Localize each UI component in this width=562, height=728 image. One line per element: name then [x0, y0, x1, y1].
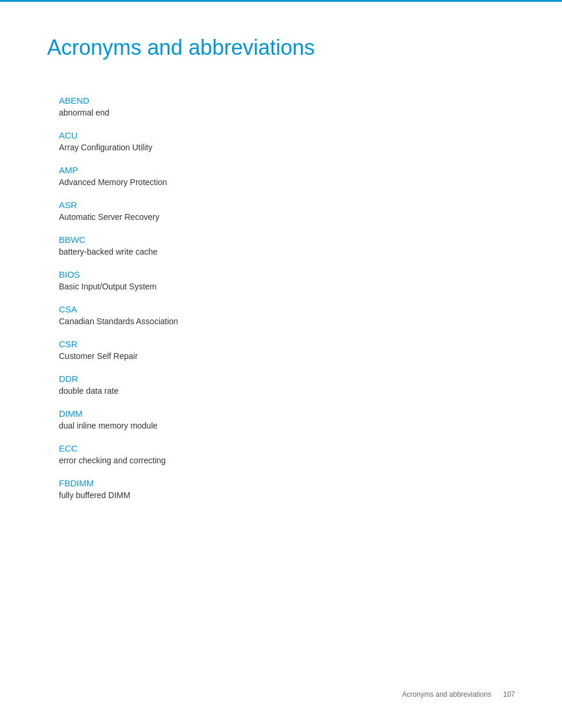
acronym-term: CSA	[59, 304, 515, 314]
acronym-term: ABEND	[59, 95, 515, 106]
acronym-definition: Automatic Server Recovery	[59, 212, 515, 222]
acronym-definition: fully buffered DIMM	[59, 490, 515, 500]
acronym-definition: Customer Self Repair	[59, 351, 515, 361]
acronym-entry: ABENDabnormal end	[59, 95, 515, 117]
acronym-definition: abnormal end	[59, 108, 515, 117]
acronym-term: AMP	[59, 165, 515, 175]
footer-page-number: 107	[503, 690, 515, 699]
acronym-entry: ACUArray Configuration Utility	[59, 130, 515, 152]
acronym-entry: CSRCustomer Self Repair	[59, 339, 515, 361]
acronym-definition: Basic Input/Output System	[59, 282, 515, 291]
acronym-entry: DIMMdual inline memory module	[59, 409, 515, 430]
acronym-term: DDR	[59, 374, 515, 384]
acronym-term: ECC	[59, 443, 515, 453]
acronym-entry: BBWCbattery-backed write cache	[59, 235, 515, 256]
acronym-entry: ECCerror checking and correcting	[59, 443, 515, 465]
acronym-term: BBWC	[59, 235, 515, 245]
acronym-entry: ASRAutomatic Server Recovery	[59, 200, 515, 222]
acronym-entry: FBDIMMfully buffered DIMM	[59, 478, 515, 500]
acronym-definition: double data rate	[59, 386, 515, 396]
acronym-entry: AMPAdvanced Memory Protection	[59, 165, 515, 187]
page-footer: Acronyms and abbreviations 107	[402, 690, 515, 699]
page-title: Acronyms and abbreviations	[47, 35, 515, 66]
acronym-definition: battery-backed write cache	[59, 247, 515, 256]
acronym-term: ASR	[59, 200, 515, 210]
acronym-list: ABENDabnormal endACUArray Configuration …	[59, 95, 515, 500]
acronym-definition: error checking and correcting	[59, 456, 515, 465]
acronym-term: ACU	[59, 130, 515, 140]
top-border	[0, 0, 562, 2]
page-container: Acronyms and abbreviations ABENDabnormal…	[0, 0, 562, 728]
acronym-entry: CSACanadian Standards Association	[59, 304, 515, 326]
acronym-term: FBDIMM	[59, 478, 515, 488]
acronym-term: DIMM	[59, 409, 515, 419]
acronym-term: CSR	[59, 339, 515, 349]
acronym-term: BIOS	[59, 269, 515, 279]
acronym-definition: Array Configuration Utility	[59, 143, 515, 152]
acronym-entry: BIOSBasic Input/Output System	[59, 269, 515, 291]
acronym-definition: dual inline memory module	[59, 421, 515, 430]
footer-label: Acronyms and abbreviations	[402, 690, 491, 699]
acronym-definition: Advanced Memory Protection	[59, 177, 515, 187]
acronym-entry: DDRdouble data rate	[59, 374, 515, 396]
acronym-definition: Canadian Standards Association	[59, 317, 515, 326]
